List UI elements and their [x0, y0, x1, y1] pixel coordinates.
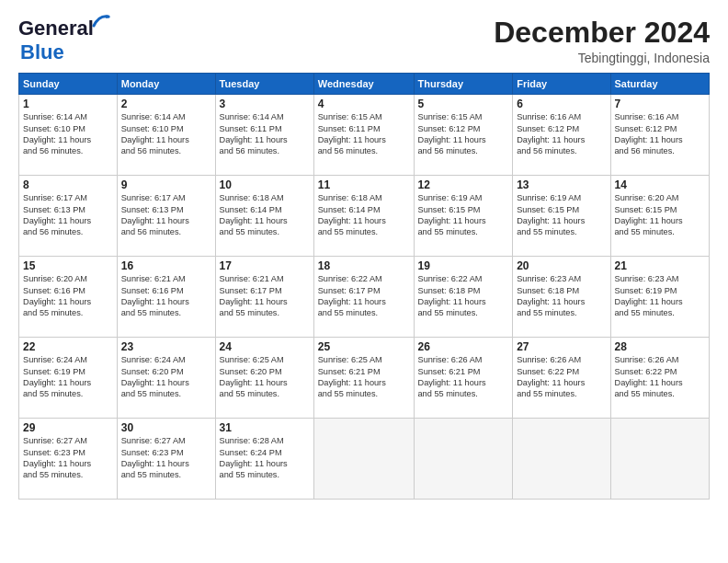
day-info: Sunrise: 6:14 AM Sunset: 6:10 PM Dayligh… [23, 111, 113, 157]
day-number: 15 [23, 259, 113, 272]
day-number: 29 [23, 421, 113, 434]
day-number: 24 [220, 340, 310, 353]
calendar-table: SundayMondayTuesdayWednesdayThursdayFrid… [18, 73, 710, 500]
day-number: 19 [418, 259, 509, 272]
calendar-cell: 8Sunrise: 6:17 AM Sunset: 6:13 PM Daylig… [19, 176, 118, 257]
calendar-week-row: 22Sunrise: 6:24 AM Sunset: 6:19 PM Dayli… [19, 338, 710, 419]
day-info: Sunrise: 6:24 AM Sunset: 6:19 PM Dayligh… [23, 354, 113, 400]
day-info: Sunrise: 6:21 AM Sunset: 6:17 PM Dayligh… [220, 273, 310, 319]
day-info: Sunrise: 6:27 AM Sunset: 6:23 PM Dayligh… [121, 435, 211, 481]
day-info: Sunrise: 6:22 AM Sunset: 6:18 PM Dayligh… [418, 273, 509, 319]
day-info: Sunrise: 6:20 AM Sunset: 6:15 PM Dayligh… [615, 192, 706, 238]
logo: General Blue [18, 17, 94, 64]
location: Tebingtinggi, Indonesia [494, 51, 710, 65]
calendar-week-row: 8Sunrise: 6:17 AM Sunset: 6:13 PM Daylig… [19, 176, 710, 257]
calendar-cell: 9Sunrise: 6:17 AM Sunset: 6:13 PM Daylig… [117, 176, 215, 257]
day-info: Sunrise: 6:23 AM Sunset: 6:19 PM Dayligh… [615, 273, 706, 319]
day-number: 26 [418, 340, 509, 353]
day-number: 13 [517, 178, 606, 191]
calendar-cell: 15Sunrise: 6:20 AM Sunset: 6:16 PM Dayli… [19, 257, 118, 338]
day-number: 10 [220, 178, 310, 191]
calendar-cell: 11Sunrise: 6:18 AM Sunset: 6:14 PM Dayli… [313, 176, 414, 257]
calendar-cell: 5Sunrise: 6:15 AM Sunset: 6:12 PM Daylig… [414, 95, 513, 176]
calendar-cell: 4Sunrise: 6:15 AM Sunset: 6:11 PM Daylig… [313, 95, 414, 176]
day-number: 18 [318, 259, 410, 272]
day-info: Sunrise: 6:28 AM Sunset: 6:24 PM Dayligh… [220, 435, 310, 481]
calendar-cell: 17Sunrise: 6:21 AM Sunset: 6:17 PM Dayli… [215, 257, 313, 338]
logo-general: General [18, 17, 94, 40]
day-number: 1 [23, 98, 113, 110]
calendar-cell [313, 419, 414, 500]
day-info: Sunrise: 6:26 AM Sunset: 6:22 PM Dayligh… [517, 354, 606, 400]
day-info: Sunrise: 6:18 AM Sunset: 6:14 PM Dayligh… [318, 192, 410, 238]
weekday-header-wednesday: Wednesday [313, 74, 414, 95]
day-number: 7 [615, 98, 706, 110]
day-number: 22 [23, 340, 113, 353]
header: General Blue December 2024 Tebingtinggi,… [18, 17, 710, 65]
calendar-cell: 24Sunrise: 6:25 AM Sunset: 6:20 PM Dayli… [215, 338, 313, 419]
calendar-cell: 21Sunrise: 6:23 AM Sunset: 6:19 PM Dayli… [610, 257, 710, 338]
title-block: December 2024 Tebingtinggi, Indonesia [494, 17, 710, 65]
day-info: Sunrise: 6:25 AM Sunset: 6:20 PM Dayligh… [220, 354, 310, 400]
day-info: Sunrise: 6:20 AM Sunset: 6:16 PM Dayligh… [23, 273, 113, 319]
calendar-cell: 18Sunrise: 6:22 AM Sunset: 6:17 PM Dayli… [313, 257, 414, 338]
day-number: 17 [220, 259, 310, 272]
calendar-cell: 3Sunrise: 6:14 AM Sunset: 6:11 PM Daylig… [215, 95, 313, 176]
weekday-header-monday: Monday [117, 74, 215, 95]
day-number: 16 [121, 259, 211, 272]
calendar-cell: 14Sunrise: 6:20 AM Sunset: 6:15 PM Dayli… [610, 176, 710, 257]
calendar-cell: 28Sunrise: 6:26 AM Sunset: 6:22 PM Dayli… [610, 338, 710, 419]
day-number: 30 [121, 421, 211, 434]
day-number: 12 [418, 178, 509, 191]
calendar-cell: 30Sunrise: 6:27 AM Sunset: 6:23 PM Dayli… [117, 419, 215, 500]
calendar-cell: 13Sunrise: 6:19 AM Sunset: 6:15 PM Dayli… [513, 176, 610, 257]
day-number: 6 [517, 98, 606, 110]
day-info: Sunrise: 6:18 AM Sunset: 6:14 PM Dayligh… [220, 192, 310, 238]
day-number: 5 [418, 98, 509, 110]
calendar-cell: 25Sunrise: 6:25 AM Sunset: 6:21 PM Dayli… [313, 338, 414, 419]
calendar-cell [414, 419, 513, 500]
day-info: Sunrise: 6:17 AM Sunset: 6:13 PM Dayligh… [23, 192, 113, 238]
calendar-cell: 23Sunrise: 6:24 AM Sunset: 6:20 PM Dayli… [117, 338, 215, 419]
day-info: Sunrise: 6:14 AM Sunset: 6:10 PM Dayligh… [121, 111, 211, 157]
calendar-cell: 31Sunrise: 6:28 AM Sunset: 6:24 PM Dayli… [215, 419, 313, 500]
month-title: December 2024 [494, 17, 710, 49]
day-number: 27 [517, 340, 606, 353]
day-number: 31 [220, 421, 310, 434]
day-info: Sunrise: 6:22 AM Sunset: 6:17 PM Dayligh… [318, 273, 410, 319]
day-info: Sunrise: 6:14 AM Sunset: 6:11 PM Dayligh… [220, 111, 310, 157]
calendar-cell: 22Sunrise: 6:24 AM Sunset: 6:19 PM Dayli… [19, 338, 118, 419]
day-number: 25 [318, 340, 410, 353]
calendar-cell: 20Sunrise: 6:23 AM Sunset: 6:18 PM Dayli… [513, 257, 610, 338]
day-number: 4 [318, 98, 410, 110]
day-info: Sunrise: 6:19 AM Sunset: 6:15 PM Dayligh… [517, 192, 606, 238]
calendar-week-row: 29Sunrise: 6:27 AM Sunset: 6:23 PM Dayli… [19, 419, 710, 500]
calendar-cell: 26Sunrise: 6:26 AM Sunset: 6:21 PM Dayli… [414, 338, 513, 419]
calendar-cell: 10Sunrise: 6:18 AM Sunset: 6:14 PM Dayli… [215, 176, 313, 257]
calendar-week-row: 1Sunrise: 6:14 AM Sunset: 6:10 PM Daylig… [19, 95, 710, 176]
day-info: Sunrise: 6:25 AM Sunset: 6:21 PM Dayligh… [318, 354, 410, 400]
day-number: 23 [121, 340, 211, 353]
weekday-header-thursday: Thursday [414, 74, 513, 95]
calendar-page: General Blue December 2024 Tebingtinggi,… [0, 0, 728, 563]
logo-blue: Blue [20, 40, 64, 63]
weekday-header-tuesday: Tuesday [215, 74, 313, 95]
calendar-cell: 27Sunrise: 6:26 AM Sunset: 6:22 PM Dayli… [513, 338, 610, 419]
day-number: 14 [615, 178, 706, 191]
calendar-cell [513, 419, 610, 500]
calendar-cell: 29Sunrise: 6:27 AM Sunset: 6:23 PM Dayli… [19, 419, 118, 500]
day-info: Sunrise: 6:23 AM Sunset: 6:18 PM Dayligh… [517, 273, 606, 319]
day-number: 11 [318, 178, 410, 191]
day-number: 28 [615, 340, 706, 353]
day-number: 3 [220, 98, 310, 110]
day-info: Sunrise: 6:26 AM Sunset: 6:22 PM Dayligh… [615, 354, 706, 400]
calendar-cell: 2Sunrise: 6:14 AM Sunset: 6:10 PM Daylig… [117, 95, 215, 176]
calendar-cell: 1Sunrise: 6:14 AM Sunset: 6:10 PM Daylig… [19, 95, 118, 176]
weekday-header-saturday: Saturday [610, 74, 710, 95]
day-number: 21 [615, 259, 706, 272]
logo-swoosh-icon [92, 13, 110, 28]
day-number: 9 [121, 178, 211, 191]
day-info: Sunrise: 6:26 AM Sunset: 6:21 PM Dayligh… [418, 354, 509, 400]
day-info: Sunrise: 6:24 AM Sunset: 6:20 PM Dayligh… [121, 354, 211, 400]
calendar-cell: 19Sunrise: 6:22 AM Sunset: 6:18 PM Dayli… [414, 257, 513, 338]
